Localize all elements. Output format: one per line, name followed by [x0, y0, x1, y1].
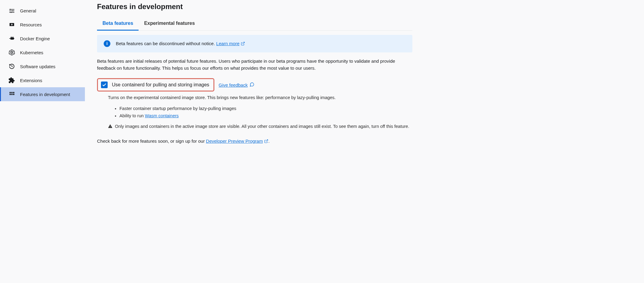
svg-rect-1 [9, 9, 15, 10]
engine-icon [8, 35, 15, 42]
info-banner: i Beta features can be discontinued with… [97, 35, 412, 52]
sidebar-item-extensions[interactable]: Extensions [0, 73, 85, 87]
grid-icon [8, 91, 15, 98]
svg-line-19 [12, 51, 14, 52]
helm-icon [8, 49, 15, 56]
sidebar-item-label: Kubernetes [20, 50, 43, 55]
feature-description: Turns on the experimental containerd ima… [108, 95, 412, 131]
history-icon [8, 63, 15, 70]
feature-desc-text: Turns on the experimental containerd ima… [108, 95, 412, 101]
svg-rect-5 [9, 12, 15, 13]
feature-label: Use containerd for pulling and storing i… [112, 82, 209, 88]
give-feedback-link[interactable]: Give feedback [219, 82, 254, 88]
sidebar-item-label: Software updates [20, 64, 55, 69]
sidebar-item-software-updates[interactable]: Software updates [0, 59, 85, 73]
svg-rect-27 [13, 94, 14, 95]
external-link-icon [241, 42, 245, 47]
settings-sidebar: General Resources Docker Engine Kubernet… [0, 0, 85, 283]
main-content: Features in development Beta features Ex… [85, 0, 424, 283]
tab-experimental-features[interactable]: Experimental features [139, 17, 200, 31]
feature-bullet: Ability to run Wasm containers [119, 113, 412, 119]
wasm-containers-link[interactable]: Wasm containers [145, 113, 179, 118]
feature-warning: Only images and containers in the active… [115, 123, 409, 131]
svg-line-28 [243, 42, 244, 44]
sidebar-item-label: Docker Engine [20, 36, 50, 41]
svg-rect-24 [13, 92, 14, 93]
sidebar-item-label: Extensions [20, 78, 42, 83]
containerd-checkbox[interactable] [101, 82, 108, 88]
svg-line-18 [10, 51, 11, 52]
sidebar-item-features-in-development[interactable]: Features in development [0, 87, 85, 101]
learn-more-link[interactable]: Learn more [216, 41, 245, 46]
sidebar-item-docker-engine[interactable]: Docker Engine [0, 32, 85, 45]
svg-rect-26 [11, 94, 12, 95]
svg-point-13 [13, 38, 15, 39]
svg-line-20 [10, 53, 11, 53]
sidebar-item-label: Features in development [20, 92, 70, 97]
sidebar-item-resources[interactable]: Resources [0, 18, 85, 32]
feature-highlight: Use containerd for pulling and storing i… [97, 78, 214, 92]
footer-text: Check back for more features soon, or si… [97, 138, 412, 144]
developer-preview-link[interactable]: Developer Preview Program [206, 138, 268, 144]
svg-rect-23 [11, 92, 12, 93]
puzzle-icon [8, 77, 15, 84]
svg-line-29 [266, 140, 268, 142]
info-banner-text: Beta features can be discontinued withou… [116, 41, 245, 47]
sidebar-item-kubernetes[interactable]: Kubernetes [0, 45, 85, 59]
svg-rect-3 [9, 11, 15, 11]
feedback-icon [250, 82, 254, 88]
svg-rect-12 [13, 37, 13, 38]
svg-rect-22 [10, 92, 11, 93]
svg-line-21 [12, 53, 14, 53]
page-title: Features in development [97, 2, 412, 11]
sliders-icon [8, 7, 15, 14]
external-link-icon [264, 139, 268, 144]
svg-rect-10 [9, 38, 11, 39]
sidebar-item-general[interactable]: General [0, 4, 85, 18]
svg-rect-25 [10, 94, 11, 95]
disk-icon [8, 21, 15, 28]
sidebar-item-label: Resources [20, 22, 42, 27]
tabs: Beta features Experimental features [97, 17, 412, 31]
info-icon: i [104, 40, 110, 47]
intro-text: Beta features are initial releases of po… [97, 58, 412, 72]
feature-bullet: Faster container startup performance by … [119, 105, 412, 112]
sidebar-item-label: General [20, 8, 36, 13]
feature-row: Use containerd for pulling and storing i… [97, 78, 412, 92]
tab-beta-features[interactable]: Beta features [97, 17, 139, 31]
svg-rect-11 [11, 37, 12, 38]
svg-point-8 [12, 24, 12, 25]
warning-icon [108, 124, 112, 131]
svg-point-15 [11, 52, 13, 53]
